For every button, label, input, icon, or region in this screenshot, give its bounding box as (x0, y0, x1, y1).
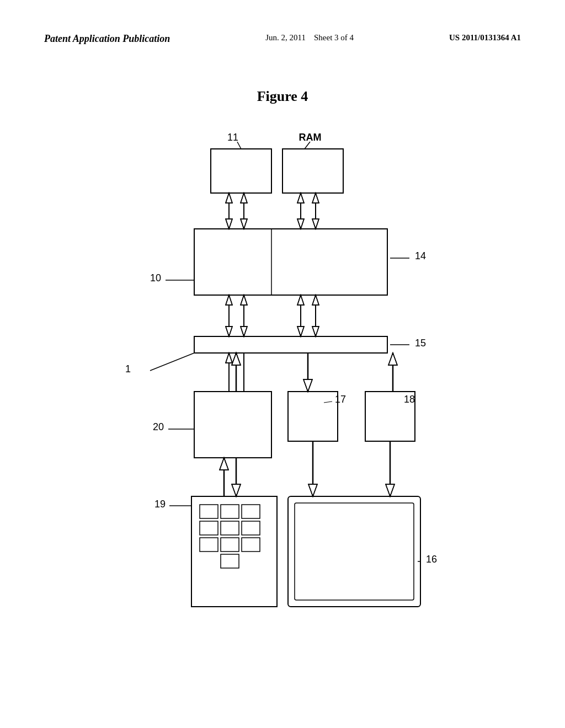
label-1: 1 (125, 363, 131, 374)
box-20 (194, 392, 271, 458)
svg-marker-60 (388, 353, 397, 365)
svg-marker-67 (220, 458, 228, 470)
figure-title: Figure 4 (0, 88, 565, 105)
box-ram (282, 149, 343, 193)
header-publication-label: Patent Application Publication (44, 33, 170, 45)
label-14: 14 (415, 250, 426, 261)
label-18: 18 (404, 394, 415, 405)
svg-marker-40 (312, 295, 319, 305)
label-19: 19 (154, 499, 166, 510)
svg-marker-28 (226, 326, 232, 336)
svg-marker-38 (297, 326, 304, 336)
svg-rect-78 (242, 505, 260, 518)
label-20: 20 (153, 421, 164, 432)
svg-marker-7 (241, 193, 247, 203)
svg-marker-70 (308, 484, 317, 496)
label-17: 17 (335, 394, 346, 405)
page-header: Patent Application Publication Jun. 2, 2… (0, 33, 565, 45)
svg-marker-53 (232, 353, 241, 365)
svg-rect-79 (200, 521, 218, 535)
svg-rect-83 (221, 538, 239, 552)
svg-marker-56 (303, 379, 312, 392)
header-date: Jun. 2, 2011 (265, 33, 306, 42)
header-date-sheet: Jun. 2, 2011 Sheet 3 of 4 (265, 33, 354, 42)
header-patent-number: US 2011/0131364 A1 (449, 33, 521, 42)
box-middle (194, 229, 387, 295)
diagram-container: 11 RAM (55, 121, 532, 684)
label-ram: RAM (299, 132, 322, 143)
svg-marker-15 (297, 219, 304, 229)
label-15: 15 (415, 338, 426, 349)
box-17 (288, 392, 338, 441)
label-16: 16 (426, 554, 437, 565)
svg-marker-19 (312, 219, 319, 229)
svg-rect-80 (221, 521, 239, 535)
svg-rect-76 (200, 505, 218, 518)
box-11 (211, 149, 271, 193)
svg-marker-42 (312, 326, 319, 336)
svg-marker-13 (297, 193, 304, 203)
header-sheet: Sheet 3 of 4 (314, 33, 354, 42)
svg-marker-32 (241, 326, 247, 336)
arrow-up-left-1 (226, 193, 232, 203)
svg-line-45 (150, 353, 194, 371)
svg-marker-30 (241, 295, 247, 305)
svg-marker-36 (297, 295, 304, 305)
diagram-svg: 11 RAM (55, 121, 532, 684)
svg-rect-85 (221, 554, 239, 568)
label-10: 10 (150, 272, 161, 283)
svg-rect-82 (200, 538, 218, 552)
svg-rect-81 (242, 521, 260, 535)
svg-marker-9 (241, 219, 247, 229)
svg-rect-86 (295, 503, 414, 600)
svg-marker-73 (386, 484, 395, 496)
box-16 (288, 496, 420, 607)
label-11: 11 (227, 132, 238, 143)
svg-marker-64 (232, 484, 241, 496)
svg-marker-5 (226, 219, 232, 229)
svg-rect-77 (221, 505, 239, 518)
svg-rect-84 (242, 538, 260, 552)
svg-marker-26 (226, 295, 232, 305)
svg-marker-48 (226, 353, 232, 363)
box-bus (194, 336, 387, 353)
svg-line-58 (324, 402, 332, 403)
svg-marker-17 (312, 193, 319, 203)
svg-line-0 (237, 142, 241, 149)
